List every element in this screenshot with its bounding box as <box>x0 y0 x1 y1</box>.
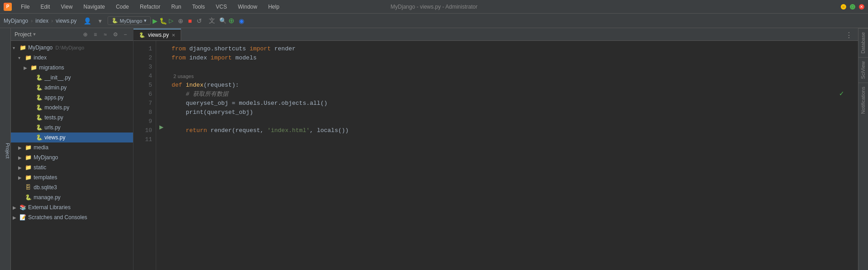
code-content[interactable]: from django.shortcuts import render from… <box>166 41 858 270</box>
close-button[interactable]: ✕ <box>859 4 864 10</box>
line-num-3: 3 <box>133 63 152 72</box>
tree-item-models[interactable]: 🐍 models.py <box>11 103 133 113</box>
kw-return: return <box>186 126 207 135</box>
tree-label-mydjango-sub: MyDjango <box>34 154 58 161</box>
tree-item-tests[interactable]: 🐍 tests.py <box>11 113 133 123</box>
search-everywhere-button[interactable]: 🔍 <box>219 17 227 24</box>
run-line-icon[interactable]: ▶ <box>159 124 163 130</box>
tree-item-admin[interactable]: 🐍 admin.py <box>11 83 133 93</box>
space-1 <box>182 81 186 90</box>
sidebar-sort-icon[interactable]: ≈ <box>101 30 109 39</box>
breadcrumb-mydjango[interactable]: MyDjango <box>4 18 28 24</box>
code-editor[interactable]: 1 2 3 4 5 6 7 8 9 10 11 <box>133 41 858 270</box>
tab-views-py[interactable]: 🐍 views.py ✕ <box>133 29 181 40</box>
title-bar: P File Edit View Navigate Code Refactor … <box>0 0 868 14</box>
tree-arrow-tests <box>29 115 35 120</box>
run-coverage-button[interactable]: ▷ <box>169 17 173 24</box>
menu-file[interactable]: File <box>19 3 31 11</box>
maximize-button[interactable]: □ <box>850 4 855 10</box>
menu-refactor[interactable]: Refactor <box>138 3 162 11</box>
menu-window[interactable]: Window <box>236 3 259 11</box>
project-panel-label[interactable]: Project <box>0 28 11 270</box>
gutter-3 <box>156 59 166 68</box>
code-line-4: 2 usages <box>172 72 858 81</box>
tree-item-ext-libs[interactable]: ▶ 📚 External Libraries <box>11 202 133 212</box>
line-num-11: 11 <box>133 135 152 144</box>
code-line-11 <box>172 135 858 144</box>
gutter-10[interactable]: ▶ <box>156 123 166 132</box>
tree-arrow-static: ▶ <box>18 165 25 170</box>
gutter-7 <box>156 95 166 104</box>
menu-vcs[interactable]: VCS <box>214 3 229 11</box>
run-area: 👤 ▾ 🐍 MyDjango ▾ ▶ 🐛 ▷ ⊕ ■ ↺ 文 🔍 ⊕ ◉ <box>82 15 247 26</box>
tree-label-index: index <box>34 54 47 61</box>
user-dropdown[interactable]: ▾ <box>95 15 106 26</box>
line-num-1: 1 <box>133 44 152 54</box>
tree-item-migrations[interactable]: ▶ 📁 migrations <box>11 63 133 73</box>
sidebar-minimize-icon[interactable]: − <box>121 30 129 39</box>
folder-icon-templates: 📁 <box>25 174 32 181</box>
mod-index: index <box>186 54 211 63</box>
mod-django: django.shortcuts <box>186 44 249 54</box>
rerun-button[interactable]: ↺ <box>194 15 205 26</box>
breadcrumb-index[interactable]: index <box>35 18 49 24</box>
menu-tools[interactable]: Tools <box>190 3 207 11</box>
menu-view[interactable]: View <box>59 3 74 11</box>
database-panel-button[interactable]: Database <box>858 28 868 57</box>
translate-button[interactable]: 文 <box>207 15 217 26</box>
app-icon: P <box>4 3 12 11</box>
tree-item-manage[interactable]: 🐍 manage.py <box>11 192 133 202</box>
tab-close-views[interactable]: ✕ <box>172 33 175 38</box>
menu-run[interactable]: Run <box>169 3 183 11</box>
jetbrains-button[interactable]: ◉ <box>236 15 247 26</box>
py-icon-init: 🐍 <box>35 74 43 81</box>
tree-item-scratches[interactable]: ▶ 📝 Scratches and Consoles <box>11 212 133 222</box>
stop-button[interactable]: ■ <box>188 17 192 25</box>
tree-item-urls[interactable]: 🐍 urls.py <box>11 123 133 133</box>
sidebar-collapse-icon[interactable]: ≡ <box>91 30 99 39</box>
menu-edit[interactable]: Edit <box>39 3 52 11</box>
menu-navigate[interactable]: Navigate <box>82 3 107 11</box>
menu-help[interactable]: Help <box>266 3 281 11</box>
sidebar-new-icon[interactable]: ⊕ <box>81 30 89 39</box>
tree-item-init[interactable]: 🐍 __init__.py <box>11 73 133 83</box>
breadcrumb-views[interactable]: views.py <box>56 18 77 24</box>
tree-arrow-apps <box>29 95 35 100</box>
notifications-panel-button[interactable]: Notifications <box>858 83 868 118</box>
folder-icon-mydjango-sub: 📁 <box>25 154 32 161</box>
minimize-button[interactable]: − <box>841 4 846 10</box>
tree-item-db[interactable]: 🗄 db.sqlite3 <box>11 182 133 192</box>
user-icon[interactable]: 👤 <box>82 15 93 26</box>
gutter-area: ▶ <box>156 41 166 270</box>
scratch-icon: 📝 <box>19 214 26 221</box>
debug-button[interactable]: 🐛 <box>159 17 167 25</box>
tree-item-mydjango-root[interactable]: ▾ 📁 MyDjango D:\MyDjango <box>11 43 133 53</box>
tree-item-templates[interactable]: ▶ 📁 templates <box>11 172 133 182</box>
menu-code[interactable]: Code <box>114 3 131 11</box>
sciview-panel-button[interactable]: SciView <box>858 57 868 83</box>
tree-arrow-manage <box>18 195 25 200</box>
py-icon-admin: 🐍 <box>35 84 43 91</box>
line-numbers: 1 2 3 4 5 6 7 8 9 10 11 <box>133 41 156 270</box>
func-index: index <box>186 81 203 90</box>
tree-item-mydjango-sub[interactable]: ▶ 📁 MyDjango <box>11 152 133 162</box>
breadcrumb-sep-1: › <box>31 18 33 24</box>
tree-item-media[interactable]: ▶ 📁 media <box>11 142 133 152</box>
profile-button[interactable]: ⊕ <box>175 15 186 26</box>
tree-item-views[interactable]: 🐍 views.py <box>11 133 133 142</box>
tree-label-media: media <box>34 144 49 151</box>
run-button[interactable]: ▶ <box>153 17 158 25</box>
add-button[interactable]: ⊕ <box>228 16 234 25</box>
db-icon: 🗄 <box>25 184 32 191</box>
sidebar-settings-icon[interactable]: ⚙ <box>111 30 119 39</box>
line-num-6: 6 <box>133 90 152 99</box>
py-icon-views: 🐍 <box>35 134 43 141</box>
tree-label-models: models.py <box>44 104 69 111</box>
tab-icon-views: 🐍 <box>139 32 145 38</box>
tree-item-apps[interactable]: 🐍 apps.py <box>11 93 133 103</box>
sidebar-dropdown[interactable]: ▾ <box>33 31 36 37</box>
run-config-dropdown[interactable]: 🐍 MyDjango ▾ <box>108 16 151 25</box>
tree-item-static[interactable]: ▶ 📁 static <box>11 162 133 172</box>
recent-files-button[interactable]: ⋮ <box>843 29 854 40</box>
tree-item-index[interactable]: ▾ 📁 index <box>11 53 133 63</box>
